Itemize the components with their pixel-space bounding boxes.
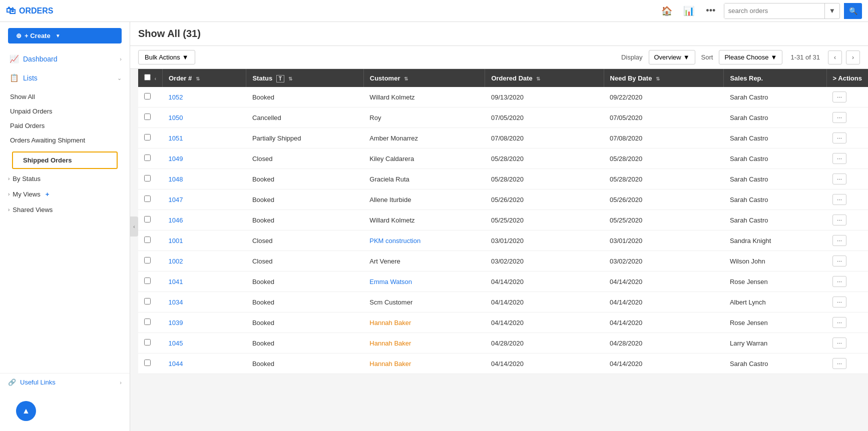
table-row: 1041 Booked Emma Watson 04/14/2020 04/14… — [138, 272, 868, 292]
order-number[interactable]: 1034 — [162, 292, 246, 312]
order-number[interactable]: 1041 — [162, 272, 246, 292]
lists-icon: 📋 — [10, 74, 19, 82]
order-number[interactable]: 1001 — [162, 230, 246, 251]
row-checkbox-cell — [138, 354, 162, 374]
row-checkbox[interactable] — [144, 236, 151, 243]
order-customer: Kiley Caldarera — [363, 148, 485, 169]
row-actions-button[interactable]: ··· — [832, 256, 846, 266]
order-customer: Willard Kolmetz — [363, 210, 485, 230]
main-layout: ⊕ + Create ▼ 📈 Dashboard › 📋 Lists ⌄ Sho… — [0, 22, 868, 431]
order-ordered-date: 03/01/2020 — [485, 230, 604, 251]
sidebar-link-show-all[interactable]: Show All — [0, 90, 130, 104]
chart-button[interactable]: 📊 — [680, 2, 698, 20]
order-number[interactable]: 1002 — [162, 251, 246, 272]
orders-table: ‹ Order # ⇅ Status T ⇅ Customer ⇅ — [138, 69, 868, 374]
row-actions-button[interactable]: ··· — [832, 214, 846, 226]
order-number[interactable]: 1046 — [162, 210, 246, 230]
order-number[interactable]: 1050 — [162, 108, 246, 128]
th-order-num[interactable]: Order # ⇅ — [162, 69, 246, 87]
content-area: ‹ Show All (31) Bulk Actions ▼ Display O… — [130, 22, 868, 431]
th-customer[interactable]: Customer ⇅ — [363, 69, 485, 87]
home-button[interactable]: 🏠 — [658, 2, 676, 20]
th-ordered-date[interactable]: Ordered Date ⇅ — [485, 69, 604, 87]
order-number[interactable]: 1048 — [162, 169, 246, 190]
row-checkbox[interactable] — [144, 175, 151, 182]
bulk-actions-button[interactable]: Bulk Actions ▼ — [138, 50, 195, 64]
order-need-by-date: 03/02/2020 — [604, 251, 724, 272]
order-customer[interactable]: Hannah Baker — [363, 354, 485, 374]
th-status[interactable]: Status T ⇅ — [246, 69, 363, 87]
row-actions-button[interactable]: ··· — [832, 194, 846, 205]
sort-select-button[interactable]: Please Choose ▼ — [719, 50, 782, 64]
pagination-prev-button[interactable]: ‹ — [828, 50, 842, 64]
row-actions-button[interactable]: ··· — [832, 276, 846, 287]
order-number[interactable]: 1039 — [162, 312, 246, 333]
sidebar-useful-links[interactable]: 🔗 Useful Links › — [0, 374, 130, 391]
sidebar-bottom: 🔗 Useful Links › ▲ — [0, 373, 130, 431]
row-actions-button[interactable]: ··· — [832, 112, 846, 123]
order-sales-rep: Sandra Knight — [724, 230, 826, 251]
pagination-next-button[interactable]: › — [846, 50, 860, 64]
order-number[interactable]: 1044 — [162, 354, 246, 374]
more-button[interactable]: ••• — [702, 2, 720, 20]
filter-icon[interactable]: T — [276, 75, 284, 82]
order-number[interactable]: 1045 — [162, 333, 246, 354]
order-number[interactable]: 1052 — [162, 87, 246, 108]
order-customer[interactable]: Hannah Baker — [363, 312, 485, 333]
sidebar-shared-views-header[interactable]: › Shared Views — [0, 202, 130, 218]
row-checkbox[interactable] — [144, 339, 151, 346]
order-number[interactable]: 1049 — [162, 148, 246, 169]
row-checkbox[interactable] — [144, 278, 151, 284]
row-checkbox[interactable] — [144, 318, 151, 325]
order-number[interactable]: 1051 — [162, 128, 246, 148]
order-status: Booked — [246, 87, 363, 108]
row-actions-button[interactable]: ··· — [832, 92, 846, 102]
sidebar-link-unpaid-orders[interactable]: Unpaid Orders — [0, 104, 130, 118]
row-checkbox[interactable] — [144, 257, 151, 264]
row-actions-button[interactable]: ··· — [832, 358, 846, 369]
sidebar-link-orders-awaiting-shipment[interactable]: Orders Awaiting Shipment — [0, 133, 130, 148]
row-checkbox[interactable] — [144, 196, 151, 202]
search-dropdown-button[interactable]: ▼ — [824, 4, 839, 18]
row-actions-button[interactable]: ··· — [832, 296, 846, 308]
action-bar: Bulk Actions ▼ Display Overview ▼ Sort P… — [130, 46, 868, 69]
select-all-checkbox[interactable] — [144, 74, 151, 80]
row-checkbox[interactable] — [144, 154, 151, 161]
chevron-right-icon: › — [8, 207, 10, 212]
order-ordered-date: 07/08/2020 — [485, 128, 604, 148]
search-input[interactable] — [724, 4, 824, 18]
sidebar-link-paid-orders[interactable]: Paid Orders — [0, 118, 130, 133]
row-actions-button[interactable]: ··· — [832, 174, 846, 184]
display-select-button[interactable]: Overview ▼ — [649, 50, 695, 64]
row-actions-button[interactable]: ··· — [832, 235, 846, 246]
sidebar-item-lists[interactable]: 📋 Lists ⌄ — [0, 68, 130, 88]
sidebar-item-dashboard[interactable]: 📈 Dashboard › — [0, 50, 130, 68]
row-actions-button[interactable]: ··· — [832, 338, 846, 348]
add-view-icon[interactable]: + — [46, 190, 50, 198]
row-actions-button[interactable]: ··· — [832, 132, 846, 144]
chevron-right-icon: › — [120, 380, 122, 386]
row-checkbox[interactable] — [144, 114, 151, 120]
sidebar-collapse-handle[interactable]: ‹ — [130, 216, 138, 236]
row-actions-button[interactable]: ··· — [832, 153, 846, 164]
order-sales-rep: Rose Jensen — [724, 312, 826, 333]
sidebar-my-views-header[interactable]: › My Views + — [0, 186, 130, 202]
row-checkbox[interactable] — [144, 298, 151, 304]
order-number[interactable]: 1047 — [162, 190, 246, 210]
sidebar-by-status-header[interactable]: › By Status — [0, 171, 130, 186]
search-submit-button[interactable]: 🔍 — [844, 3, 862, 19]
scroll-up-button[interactable]: ▲ — [16, 401, 36, 421]
th-need-by-date[interactable]: Need By Date ⇅ — [604, 69, 724, 87]
order-customer[interactable]: Hannah Baker — [363, 333, 485, 354]
order-customer[interactable]: Emma Watson — [363, 272, 485, 292]
row-checkbox[interactable] — [144, 216, 151, 222]
row-actions-button[interactable]: ··· — [832, 317, 846, 328]
sidebar-link-shipped-orders[interactable]: Shipped Orders — [12, 152, 118, 169]
row-checkbox[interactable] — [144, 93, 151, 100]
row-checkbox[interactable] — [144, 360, 151, 366]
chevron-right-icon: › — [120, 56, 122, 62]
row-checkbox[interactable] — [144, 134, 151, 140]
create-button[interactable]: ⊕ + Create ▼ — [8, 28, 122, 44]
order-customer[interactable]: PKM construction — [363, 230, 485, 251]
useful-links-label: Useful Links — [20, 378, 56, 386]
